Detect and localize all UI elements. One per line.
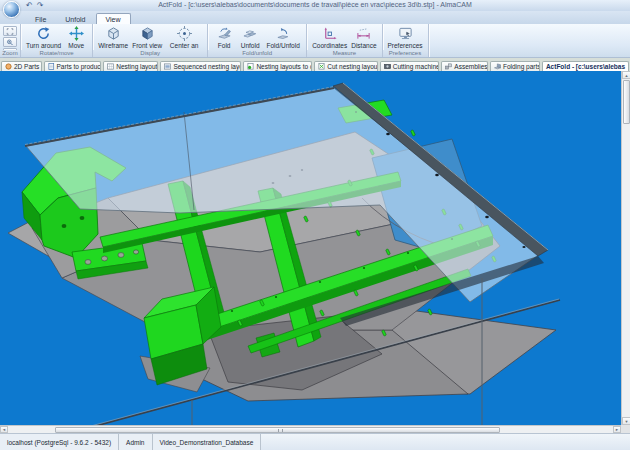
parts-to-produce-icon	[48, 63, 55, 70]
vertical-scrollbar-thumb[interactable]	[623, 80, 630, 124]
turn-around-icon	[36, 26, 51, 41]
fold-icon	[217, 26, 232, 41]
ribbon: Zoom Turn around Move Rotate/move Wirefr…	[0, 24, 630, 58]
ribbon-tab-strip: File Unfold View	[0, 11, 630, 24]
scroll-up-icon[interactable]: ▲	[622, 71, 630, 79]
tab-folding-parts[interactable]: Folding parts ×	[490, 61, 540, 71]
3d-viewport-canvas[interactable]	[0, 71, 621, 425]
tab-parts-to-produce[interactable]: Parts to produce ×	[44, 61, 102, 71]
tab-assemblies[interactable]: Assemblies ×	[441, 61, 488, 71]
ribbon-tab-file[interactable]: File	[26, 14, 55, 24]
ribbon-group-label: Display	[93, 50, 207, 57]
status-tab-database[interactable]: Video_Demonstration_Database	[153, 434, 262, 450]
vertical-scrollbar[interactable]: ▲ ▼	[621, 71, 630, 425]
scroll-left-icon[interactable]: ◄	[0, 426, 8, 433]
move-icon	[69, 26, 84, 41]
ribbon-tab-unfold[interactable]: Unfold	[56, 14, 94, 24]
tab-cutting-machines[interactable]: Cutting machines ×	[380, 61, 440, 71]
coordinates-button[interactable]: Coordinates	[310, 25, 349, 50]
document-tab-bar: 2D Parts × Parts to produce × Nesting la…	[0, 58, 630, 72]
redo-icon[interactable]: ↷	[37, 1, 44, 10]
3d-viewport: ▲ ▼ ◄ ►	[0, 71, 630, 433]
tab-sequenced-nesting-layouts[interactable]: Sequenced nesting layouts ×	[160, 61, 241, 71]
scroll-right-icon[interactable]: ►	[613, 426, 621, 433]
ribbon-group-label: Zoom	[0, 50, 20, 57]
wireframe-icon	[106, 26, 121, 41]
ribbon-group-preferences: Preferences Preferences	[383, 24, 429, 57]
tab-nesting-layouts[interactable]: Nesting layouts ×	[103, 61, 158, 71]
ribbon-group-measure: Coordinates Distance Measure	[307, 24, 382, 57]
ribbon-group-display: Wireframe ▾ Front view ▾ Center an objec…	[93, 24, 208, 57]
tab-actfold-document[interactable]: ActFold - [c:\users\alebas	[542, 61, 629, 71]
center-object-icon	[177, 26, 192, 41]
unfold-icon	[243, 26, 258, 41]
status-bar: localhost (PostgreSql - 9.6.2 - 5432) Ad…	[0, 433, 630, 450]
tab-2d-parts[interactable]: 2D Parts ×	[1, 61, 42, 71]
database-connection-status: localhost (PostgreSql - 9.6.2 - 5432)	[0, 434, 119, 450]
zoom-fit-icon[interactable]	[3, 26, 17, 36]
2d-parts-icon	[5, 63, 12, 70]
tab-cut-nesting-layouts[interactable]: Cut nesting layouts ×	[314, 61, 378, 71]
coordinates-icon	[322, 26, 337, 41]
scrollbar-grip	[278, 429, 283, 432]
undo-icon[interactable]: ↶	[26, 1, 33, 10]
ribbon-group-rotate-move: Turn around Move Rotate/move	[21, 24, 93, 57]
window-title: ActFold - [c:\users\alebas\documents\doc…	[0, 1, 630, 8]
move-button[interactable]: Move	[63, 25, 89, 50]
preferences-button[interactable]: Preferences	[386, 25, 425, 50]
turn-around-button[interactable]: Turn around	[24, 25, 63, 50]
front-view-icon	[140, 26, 155, 41]
fold-button[interactable]: Fold	[211, 25, 237, 50]
distance-icon	[356, 26, 371, 41]
quick-access-toolbar: ↶ ↷	[26, 0, 43, 11]
nesting-layouts-to-cut-icon	[247, 63, 254, 70]
tab-nesting-layouts-to-cut[interactable]: Nesting layouts to cut ×	[243, 61, 312, 71]
ribbon-tab-view[interactable]: View	[96, 13, 131, 24]
cutting-machines-icon	[384, 63, 391, 70]
ribbon-group-label: Fold/unfold	[208, 50, 306, 57]
scrollbar-corner	[621, 425, 630, 433]
folding-parts-icon	[494, 63, 501, 70]
zoom-in-icon[interactable]	[3, 37, 17, 47]
ribbon-group-label: Measure	[307, 50, 381, 57]
status-tab-admin[interactable]: Admin	[119, 434, 152, 450]
application-window: ↶ ↷ ActFold - [c:\users\alebas\documents…	[0, 0, 630, 450]
distance-button[interactable]: Distance	[349, 25, 378, 50]
ribbon-group-fold-unfold: Fold Unfold Fold/Unfold a fold Fold/unfo…	[208, 24, 307, 57]
assemblies-icon	[445, 63, 452, 70]
preferences-icon	[398, 26, 413, 41]
unfold-button[interactable]: Unfold	[237, 25, 263, 50]
nesting-layouts-icon	[107, 63, 114, 70]
app-menu-button[interactable]	[3, 1, 20, 18]
horizontal-scrollbar[interactable]: ◄ ►	[0, 425, 621, 433]
scroll-down-icon[interactable]: ▼	[622, 417, 630, 425]
ribbon-group-zoom: Zoom	[0, 24, 21, 57]
cut-nesting-layouts-icon	[318, 63, 325, 70]
ribbon-group-label: Rotate/move	[21, 50, 92, 57]
ribbon-group-label: Preferences	[383, 50, 428, 57]
sequenced-nesting-layouts-icon	[164, 63, 171, 70]
status-bar-filler	[261, 434, 630, 450]
fold-unfold-a-fold-icon	[276, 26, 291, 41]
